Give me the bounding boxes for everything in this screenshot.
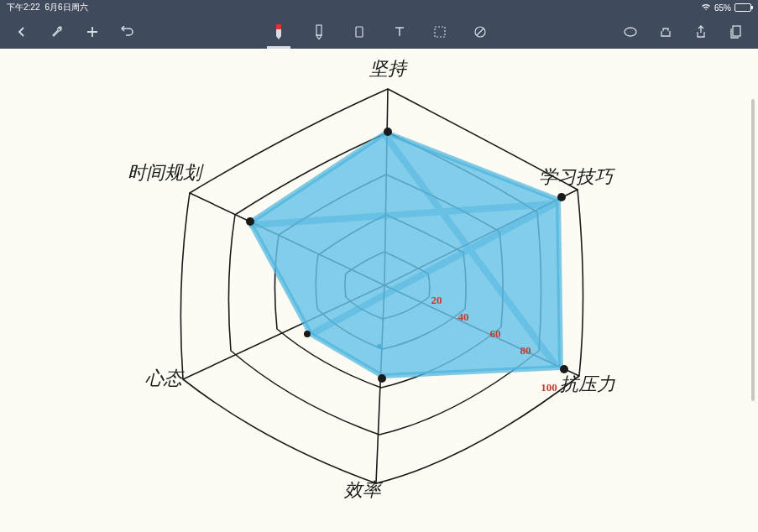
- wrench-button[interactable]: [49, 23, 65, 40]
- axis-label-0: 坚持: [369, 56, 406, 81]
- tick-60: 60: [490, 327, 501, 341]
- status-time: 下午2:22: [7, 2, 39, 13]
- back-button[interactable]: [13, 23, 30, 40]
- tick-40: 40: [458, 310, 469, 324]
- text-tool[interactable]: [391, 23, 408, 40]
- svg-point-20: [377, 344, 382, 349]
- toolbar: [0, 15, 758, 49]
- shape-tool[interactable]: [622, 23, 639, 40]
- status-bar: 下午2:22 6月6日周六 65%: [0, 0, 758, 15]
- axis-label-5: 时间规划: [128, 160, 201, 185]
- tick-20: 20: [431, 294, 442, 307]
- axis-label-1: 学习技巧: [539, 164, 613, 190]
- svg-rect-1: [276, 29, 281, 36]
- svg-point-14: [384, 128, 392, 136]
- share-button[interactable]: [693, 23, 709, 40]
- radar-chart: [0, 49, 758, 532]
- red-pen-tool[interactable]: [270, 23, 287, 40]
- add-button[interactable]: [84, 23, 101, 40]
- eraser-tool[interactable]: [351, 23, 368, 40]
- axis-label-3: 效率: [344, 477, 381, 503]
- vertical-scrollbar[interactable]: [751, 99, 755, 401]
- svg-point-19: [246, 217, 254, 226]
- svg-rect-7: [733, 26, 740, 36]
- disable-tool[interactable]: [472, 23, 489, 40]
- svg-rect-0: [276, 24, 281, 29]
- undo-button[interactable]: [119, 23, 136, 40]
- battery-pct: 65%: [714, 3, 731, 13]
- axis-label-2: 抗压力: [560, 372, 615, 397]
- status-date: 6月6日周六: [44, 2, 87, 13]
- svg-point-18: [304, 331, 311, 337]
- drawing-canvas[interactable]: 坚持 学习技巧 抗压力 效率 心态 时间规划 20 40 60 80 100: [0, 49, 758, 532]
- svg-point-17: [378, 374, 386, 383]
- marker-tool[interactable]: [311, 23, 327, 40]
- export-button[interactable]: [657, 23, 674, 40]
- wifi-icon: [701, 3, 711, 13]
- svg-point-15: [557, 193, 566, 201]
- selection-tool[interactable]: [431, 23, 448, 40]
- svg-rect-2: [316, 25, 321, 35]
- tick-100: 100: [541, 381, 557, 394]
- axis-label-4: 心态: [145, 366, 182, 391]
- tick-80: 80: [520, 344, 531, 357]
- svg-rect-3: [356, 27, 363, 37]
- pages-button[interactable]: [728, 23, 745, 40]
- svg-point-6: [625, 28, 636, 36]
- svg-rect-4: [435, 27, 445, 37]
- battery-icon: [734, 3, 751, 12]
